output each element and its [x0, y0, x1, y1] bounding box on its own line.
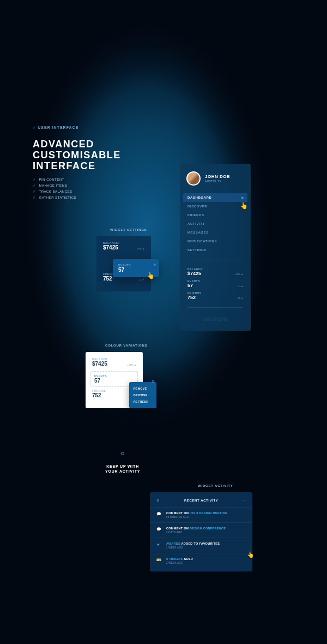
gear-icon[interactable]: ⚙	[241, 196, 244, 200]
nav-item-messages[interactable]: MESSAGES	[180, 228, 251, 237]
feature-item: GATHER STATISTICS	[33, 195, 76, 199]
feature-list: PIN CONTENT MANAGE ITEMS TRACK BALANCES …	[33, 177, 76, 201]
gear-icon[interactable]: ⚙	[153, 263, 156, 266]
marker-dot-icon	[121, 452, 124, 455]
menu-item-remove[interactable]: REMOVE	[129, 385, 156, 392]
ticket-icon: 🎫	[156, 558, 162, 562]
sidebar-panel: JOHN DOE AUSTIN, TX DASHBOARD ⚙ 👆 DISCOV…	[180, 164, 251, 331]
stat-delta: + 50%	[234, 273, 243, 276]
page-title: ADVANCED CUSTOMISABLE INTERFACE	[33, 139, 121, 171]
activity-header: ⚙ RECENT ACTIVITY −	[150, 498, 252, 507]
events-widget-floating[interactable]: ⚙ EVENTS 57 👆	[113, 259, 159, 277]
headline-line: INTERFACE	[33, 161, 121, 172]
stat-balance: BALANCE: $7425 + 50%	[103, 241, 144, 251]
stat-value: 57	[94, 378, 134, 384]
context-menu[interactable]: ⚙ REMOVE BROWSE REFRESH	[129, 382, 156, 408]
brand-logo: eventpro	[180, 315, 251, 322]
headline-line: ADVANCED	[33, 139, 121, 150]
section-label-colour-variations: COLOUR VARIATIONS	[105, 344, 147, 347]
nav-label: DASHBOARD	[187, 196, 211, 199]
activity-time: 2 DAYS AGO	[166, 531, 246, 534]
profile-location: AUSTIN, TX	[205, 180, 230, 183]
activity-row[interactable]: 💬 COMMENT ON IOS 8 DESIGN MEETING 56 MIN…	[150, 507, 252, 522]
comment-icon: 💬	[156, 512, 162, 516]
gear-icon[interactable]: ⚙	[152, 379, 154, 383]
sidebar-nav: DASHBOARD ⚙ 👆 DISCOVER FRIENDS ACTIVITY …	[180, 193, 251, 254]
menu-item-refresh[interactable]: REFRESH	[129, 398, 156, 405]
avatar[interactable]	[186, 171, 201, 186]
section-label-widget-activity: WIDGET ACTIVITY	[198, 484, 233, 487]
activity-row[interactable]: ★ AWARDS ADDED TO FAVOURITES 1 WEEK AGO	[150, 538, 252, 553]
sidebar-stat-balance: BALANCE: $7425 + 50%	[180, 266, 251, 278]
activity-time: 1 WEEK AGO	[166, 546, 246, 549]
stat-balance: BALANCE: $7425 + 50%	[92, 357, 136, 367]
activity-text: AWARDS ADDED TO FAVOURITES	[166, 542, 246, 545]
stat-delta: + 50%	[135, 247, 144, 250]
stat-delta: - 15	[237, 297, 243, 300]
sidebar-stat-friends: FRIENDS 752 - 15	[180, 290, 251, 302]
stat-value: $7425	[92, 361, 107, 367]
feature-item: MANAGE ITEMS	[33, 183, 76, 187]
headline-line: CUSTOMISABLE	[33, 150, 121, 161]
profile-block[interactable]: JOHN DOE AUSTIN, TX	[180, 171, 251, 191]
activity-row[interactable]: 🎫 6 TICKETS SOLD 2 WEEK AGO	[150, 553, 252, 568]
activity-text: 6 TICKETS SOLD	[166, 557, 246, 560]
nav-item-dashboard[interactable]: DASHBOARD ⚙ 👆	[183, 193, 247, 202]
profile-name: JOHN DOE	[205, 174, 230, 179]
stat-value: $7425	[187, 271, 201, 276]
stat-value: 57	[187, 283, 193, 288]
stat-delta: + 4	[237, 285, 243, 288]
collapse-icon[interactable]: −	[243, 498, 246, 503]
divider	[187, 260, 243, 260]
nav-item-activity[interactable]: ACTIVITY	[180, 219, 251, 228]
nav-item-settings[interactable]: SETTINGS	[180, 246, 251, 254]
sidebar-stat-events: EVENTS 57 + 4	[180, 278, 251, 290]
stat-value: 752	[103, 276, 112, 282]
activity-time: 56 MINUTES AGO	[166, 516, 246, 518]
feature-item: TRACK BALANCES	[33, 189, 76, 193]
menu-item-browse[interactable]: BROWSE	[129, 392, 156, 398]
star-icon: ★	[156, 542, 162, 547]
nav-item-friends[interactable]: FRIENDS	[180, 211, 251, 219]
stat-value: $7425	[103, 245, 118, 251]
divider	[187, 307, 243, 308]
keep-up-line: KEEP UP WITH	[105, 464, 140, 469]
stat-value: 752	[187, 295, 196, 300]
activity-title: RECENT ACTIVITY	[184, 499, 218, 502]
cursor-hand-icon: 👆	[147, 272, 155, 279]
gear-icon[interactable]: ⚙	[156, 498, 159, 502]
nav-item-notifications[interactable]: NOTIFICATIONS	[180, 237, 251, 246]
comment-icon: 💬	[156, 527, 162, 532]
eyebrow-label: USER INTERFACE	[33, 126, 78, 129]
keep-up-line: YOUR ACTIVITY	[105, 469, 140, 474]
activity-widget-card[interactable]: ⚙ RECENT ACTIVITY − 💬 COMMENT ON IOS 8 D…	[150, 492, 252, 571]
cursor-hand-icon: 👆	[247, 551, 255, 558]
feature-item: PIN CONTENT	[33, 177, 76, 181]
activity-row[interactable]: 💬 COMMENT ON DESIGN CONFERENCE 2 DAYS AG…	[150, 522, 252, 538]
activity-text: COMMENT ON DESIGN CONFERENCE	[166, 527, 246, 530]
activity-text: COMMENT ON IOS 8 DESIGN MEETING	[166, 511, 246, 515]
stat-delta: + 50%	[127, 363, 136, 366]
activity-time: 2 WEEK AGO	[166, 562, 246, 564]
section-label-widget-settings: WIDGET SETTINGS	[110, 228, 147, 231]
nav-item-discover[interactable]: DISCOVER	[180, 202, 251, 211]
section-label-keep-up: KEEP UP WITH YOUR ACTIVITY	[105, 464, 140, 474]
stat-delta: - 15	[138, 278, 144, 281]
